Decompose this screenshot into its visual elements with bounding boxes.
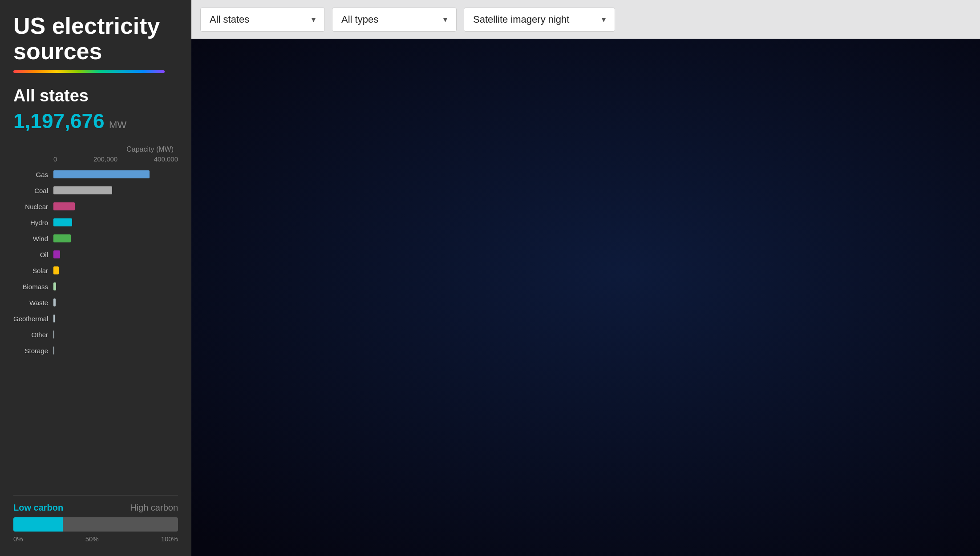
carbon-50pct: 50% bbox=[85, 535, 99, 543]
capacity-label: Capacity (MW) bbox=[13, 145, 178, 153]
top-bar: All states ▾ All types ▾ Satellite image… bbox=[191, 0, 980, 39]
axis-row: 0 200,000 400,000 bbox=[13, 155, 178, 163]
night-map-background bbox=[191, 39, 980, 556]
capacity-row: 1,197,676 MW bbox=[13, 109, 178, 133]
bar-label-coal: Coal bbox=[13, 187, 53, 194]
carbon-bar-fill bbox=[13, 517, 63, 532]
bar-track-coal bbox=[53, 186, 178, 194]
bar-row-waste: Waste bbox=[13, 294, 178, 310]
app-title: US electricity sources bbox=[13, 13, 178, 64]
satellite-chevron: ▾ bbox=[602, 15, 606, 24]
chart-section: Capacity (MW) 0 200,000 400,000 GasCoalN… bbox=[13, 145, 178, 486]
bar-row-gas: Gas bbox=[13, 166, 178, 182]
right-panel: All states ▾ All types ▾ Satellite image… bbox=[191, 0, 980, 556]
bar-row-coal: Coal bbox=[13, 182, 178, 198]
bar-label-waste: Waste bbox=[13, 299, 53, 306]
bar-track-hydro bbox=[53, 218, 178, 226]
bar-fill-geothermal bbox=[53, 314, 55, 322]
bar-track-other bbox=[53, 330, 178, 338]
bar-row-wind: Wind bbox=[13, 230, 178, 246]
satellite-dropdown[interactable]: Satellite imagery night ▾ bbox=[464, 8, 615, 32]
all-types-dropdown[interactable]: All types ▾ bbox=[332, 8, 457, 32]
bar-track-gas bbox=[53, 170, 178, 178]
left-panel: US electricity sources All states 1,197,… bbox=[0, 0, 191, 556]
bar-label-other: Other bbox=[13, 331, 53, 338]
bar-track-wind bbox=[53, 234, 178, 242]
map-area[interactable] bbox=[191, 39, 980, 556]
axis-tick-0: 0 bbox=[53, 155, 57, 163]
bar-row-solar: Solar bbox=[13, 262, 178, 278]
bar-fill-gas bbox=[53, 170, 150, 178]
capacity-value: 1,197,676 bbox=[13, 109, 105, 133]
bar-track-oil bbox=[53, 250, 178, 258]
all-states-label: All states bbox=[210, 14, 249, 25]
bar-row-oil: Oil bbox=[13, 246, 178, 262]
bar-label-solar: Solar bbox=[13, 267, 53, 274]
bar-fill-wind bbox=[53, 234, 71, 242]
carbon-labels-row: Low carbon High carbon bbox=[13, 503, 178, 513]
bar-label-wind: Wind bbox=[13, 235, 53, 242]
bar-row-biomass: Biomass bbox=[13, 278, 178, 294]
bars-container: GasCoalNuclearHydroWindOilSolarBiomassWa… bbox=[13, 166, 178, 359]
bar-track-biomass bbox=[53, 282, 178, 290]
bar-fill-nuclear bbox=[53, 202, 75, 210]
bar-fill-hydro bbox=[53, 218, 72, 226]
bar-label-hydro: Hydro bbox=[13, 219, 53, 226]
bar-fill-solar bbox=[53, 266, 59, 274]
bar-track-solar bbox=[53, 266, 178, 274]
bar-label-geothermal: Geothermal bbox=[13, 315, 53, 322]
bar-label-nuclear: Nuclear bbox=[13, 203, 53, 210]
bar-fill-waste bbox=[53, 298, 56, 306]
bar-track-storage bbox=[53, 346, 178, 355]
bar-row-other: Other bbox=[13, 326, 178, 342]
bar-row-nuclear: Nuclear bbox=[13, 198, 178, 214]
bar-row-geothermal: Geothermal bbox=[13, 310, 178, 326]
all-types-chevron: ▾ bbox=[443, 15, 447, 24]
bar-label-biomass: Biomass bbox=[13, 283, 53, 290]
state-title: All states bbox=[13, 86, 178, 105]
bar-fill-biomass bbox=[53, 282, 56, 290]
all-states-dropdown[interactable]: All states ▾ bbox=[200, 8, 325, 32]
all-types-label: All types bbox=[341, 14, 378, 25]
carbon-bar-track bbox=[13, 517, 178, 532]
all-states-chevron: ▾ bbox=[312, 15, 316, 24]
bar-label-gas: Gas bbox=[13, 171, 53, 178]
bar-track-nuclear bbox=[53, 202, 178, 210]
bar-track-geothermal bbox=[53, 314, 178, 322]
bar-track-waste bbox=[53, 298, 178, 306]
carbon-section: Low carbon High carbon 0% 50% 100% bbox=[13, 495, 178, 543]
bar-label-oil: Oil bbox=[13, 251, 53, 258]
bar-label-storage: Storage bbox=[13, 347, 53, 355]
axis-tick-1: 200,000 bbox=[57, 155, 154, 163]
carbon-axis-row: 0% 50% 100% bbox=[13, 535, 178, 543]
axis-tick-2: 400,000 bbox=[154, 155, 178, 163]
bar-row-hydro: Hydro bbox=[13, 214, 178, 230]
bar-row-storage: Storage bbox=[13, 342, 178, 359]
bar-fill-storage bbox=[53, 346, 54, 355]
rainbow-bar bbox=[13, 70, 165, 73]
low-carbon-label: Low carbon bbox=[13, 503, 63, 513]
carbon-0pct: 0% bbox=[13, 535, 23, 543]
carbon-100pct: 100% bbox=[161, 535, 178, 543]
bar-fill-oil bbox=[53, 250, 60, 258]
satellite-label: Satellite imagery night bbox=[473, 14, 569, 25]
bar-fill-coal bbox=[53, 186, 112, 194]
bar-fill-other bbox=[53, 330, 54, 338]
capacity-unit: MW bbox=[109, 119, 126, 130]
high-carbon-label: High carbon bbox=[130, 503, 178, 513]
